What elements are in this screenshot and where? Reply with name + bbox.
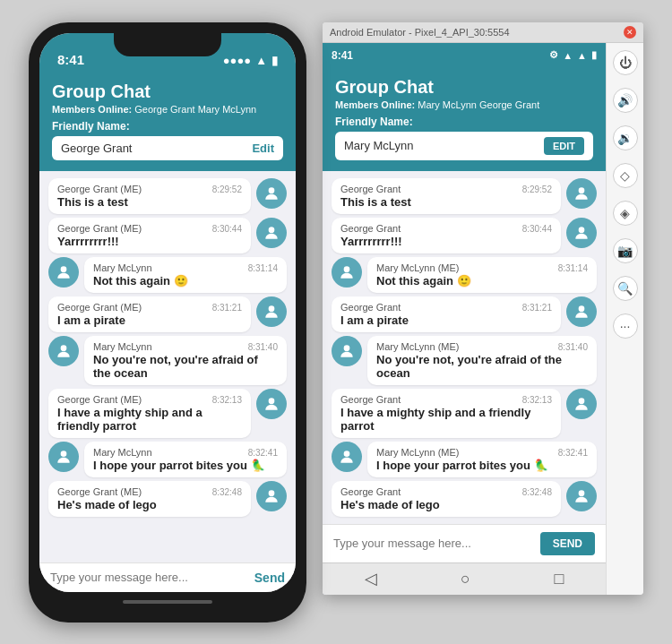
android-group-chat-title: Group Chat bbox=[335, 77, 593, 98]
message-time: 8:29:52 bbox=[522, 185, 552, 194]
android-close-button[interactable]: ✕ bbox=[624, 26, 636, 39]
android-settings-icon: ⚙ bbox=[549, 49, 558, 61]
iphone-frame: 8:41 ●●●● ▲ ▮ Group Chat Members Online:… bbox=[29, 22, 306, 623]
message-row: George Grant (ME)8:32:13I have a mighty … bbox=[48, 389, 287, 438]
ios-message-input[interactable] bbox=[50, 571, 247, 584]
avatar bbox=[256, 218, 287, 248]
message-bubble: George Grant (ME)8:29:52This is a test bbox=[48, 178, 251, 214]
avatar bbox=[256, 296, 287, 327]
ios-send-button[interactable]: Send bbox=[254, 571, 285, 585]
svg-point-10 bbox=[344, 266, 350, 272]
message-row: Mary McLynn (ME)8:32:41I hope your parro… bbox=[332, 442, 597, 477]
sidebar-screenshot-icon[interactable]: ◈ bbox=[613, 201, 638, 226]
message-bubble: George Grant8:32:48He's made of lego bbox=[332, 481, 561, 517]
message-row: Mary McLynn (ME)8:31:40No you're not, yo… bbox=[332, 336, 597, 385]
android-wifi-icon: ▲ bbox=[577, 50, 587, 61]
sidebar-more-icon[interactable]: ··· bbox=[613, 313, 638, 339]
android-send-button[interactable]: SEND bbox=[540, 532, 595, 555]
message-text: I am a pirate bbox=[57, 313, 242, 327]
sidebar-volume-down-icon[interactable]: 🔉 bbox=[613, 125, 638, 150]
message-row: George Grant8:30:44Yarrrrrrrr!!! bbox=[332, 218, 597, 253]
sender-name: Mary McLynn bbox=[93, 341, 152, 352]
android-members-list: Mary McLynn George Grant bbox=[418, 99, 539, 110]
ios-chat-header: Group Chat Members Online: George Grant … bbox=[39, 73, 296, 171]
sidebar-camera-icon[interactable]: 📷 bbox=[613, 238, 638, 263]
message-row: Mary McLynn (ME)8:31:14Not this again 🙂 bbox=[332, 257, 597, 293]
android-recents-icon[interactable]: □ bbox=[554, 570, 564, 588]
svg-point-15 bbox=[579, 490, 585, 496]
sender-name: George Grant (ME) bbox=[57, 223, 142, 234]
sender-name: George Grant (ME) bbox=[57, 394, 142, 405]
android-members-online: Members Online: Mary McLynn George Grant bbox=[335, 99, 593, 110]
android-input-bar: SEND bbox=[323, 524, 606, 562]
message-time: 8:30:44 bbox=[212, 224, 242, 234]
sender-name: George Grant bbox=[340, 223, 401, 234]
main-container: 8:41 ●●●● ▲ ▮ Group Chat Members Online:… bbox=[11, 4, 661, 640]
svg-point-2 bbox=[61, 266, 67, 272]
ios-members-online: Members Online: George Grant Mary McLynn bbox=[52, 104, 283, 115]
message-row: George Grant (ME)8:30:44Yarrrrrrrr!!! bbox=[48, 218, 287, 253]
message-row: George Grant8:32:48He's made of lego bbox=[332, 481, 597, 517]
message-text: He's made of lego bbox=[57, 498, 242, 511]
sender-name: George Grant bbox=[340, 184, 401, 194]
message-text: This is a test bbox=[340, 195, 552, 209]
sender-name: George Grant (ME) bbox=[57, 184, 142, 194]
message-time: 8:32:13 bbox=[212, 395, 242, 405]
message-row: George Grant8:31:21I am a pirate bbox=[332, 296, 597, 332]
message-row: George Grant8:32:13I have a mighty ship … bbox=[332, 389, 597, 438]
message-time: 8:32:41 bbox=[558, 448, 588, 458]
message-text: No you're not, you're afraid of the ocea… bbox=[376, 353, 588, 380]
android-back-icon[interactable]: ◁ bbox=[365, 569, 377, 588]
message-row: George Grant8:29:52This is a test bbox=[332, 178, 597, 214]
android-window: Android Emulator - Pixel_4_API_30:5554 ✕… bbox=[323, 22, 643, 595]
svg-point-7 bbox=[269, 490, 275, 496]
svg-point-14 bbox=[344, 451, 350, 457]
iphone-home-indicator bbox=[123, 600, 212, 604]
ios-edit-button[interactable]: Edit bbox=[252, 142, 274, 155]
message-text: I have a mighty ship and a friendly parr… bbox=[340, 406, 552, 433]
android-message-input[interactable] bbox=[333, 537, 533, 550]
android-members-label: Members Online: bbox=[335, 99, 415, 110]
avatar bbox=[566, 178, 597, 209]
ios-group-chat-title: Group Chat bbox=[52, 82, 283, 102]
ios-input-bar: Send bbox=[39, 562, 296, 592]
message-row: George Grant (ME)8:32:48He's made of leg… bbox=[48, 481, 287, 517]
sender-name: Mary McLynn (ME) bbox=[376, 341, 460, 352]
message-time: 8:32:48 bbox=[522, 487, 552, 497]
avatar bbox=[256, 481, 287, 511]
android-sidebar: ⏻ 🔊 🔉 ◇ ◈ 📷 🔍 ··· bbox=[606, 43, 643, 595]
android-status-icons: ⚙ ▲ ▲ ▮ bbox=[549, 49, 597, 61]
message-row: Mary McLynn8:31:14Not this again 🙂 bbox=[48, 257, 287, 293]
android-screen: 8:41 ⚙ ▲ ▲ ▮ Group Chat Members Online: … bbox=[323, 43, 606, 595]
message-bubble: Mary McLynn8:32:41I hope your parrot bit… bbox=[84, 442, 287, 477]
message-text: Not this again 🙂 bbox=[93, 274, 278, 288]
message-bubble: Mary McLynn (ME)8:31:14Not this again 🙂 bbox=[367, 257, 597, 293]
android-nav-bar: ◁ ○ □ bbox=[323, 562, 606, 595]
message-time: 8:29:52 bbox=[212, 185, 242, 194]
android-chat-header: Group Chat Members Online: Mary McLynn G… bbox=[323, 68, 606, 171]
ios-friendly-name-input[interactable] bbox=[61, 142, 252, 155]
ios-wifi-icon: ▲ bbox=[255, 54, 267, 67]
message-text: Not this again 🙂 bbox=[376, 274, 588, 288]
message-bubble: George Grant8:30:44Yarrrrrrrr!!! bbox=[332, 218, 561, 253]
message-time: 8:31:14 bbox=[558, 263, 588, 273]
sidebar-volume-up-icon[interactable]: 🔊 bbox=[613, 88, 638, 113]
android-home-icon[interactable]: ○ bbox=[461, 570, 470, 588]
svg-point-11 bbox=[579, 305, 585, 312]
avatar bbox=[566, 296, 597, 327]
sidebar-zoom-icon[interactable]: 🔍 bbox=[613, 276, 638, 301]
android-main: 8:41 ⚙ ▲ ▲ ▮ Group Chat Members Online: … bbox=[323, 43, 643, 595]
message-bubble: George Grant8:32:13I have a mighty ship … bbox=[332, 389, 561, 438]
svg-point-9 bbox=[579, 227, 585, 233]
sidebar-power-icon[interactable]: ⏻ bbox=[613, 50, 638, 75]
sidebar-rotate-icon[interactable]: ◇ bbox=[613, 163, 638, 188]
message-time: 8:31:40 bbox=[248, 342, 278, 352]
iphone-screen: 8:41 ●●●● ▲ ▮ Group Chat Members Online:… bbox=[39, 33, 296, 592]
iphone-notch bbox=[114, 33, 221, 56]
message-text: Yarrrrrrrr!!! bbox=[340, 235, 552, 248]
android-edit-button[interactable]: EDIT bbox=[544, 137, 584, 155]
avatar bbox=[332, 442, 362, 472]
avatar bbox=[48, 336, 79, 366]
android-friendly-name-input[interactable] bbox=[344, 139, 544, 152]
sender-name: Mary McLynn bbox=[93, 262, 152, 273]
